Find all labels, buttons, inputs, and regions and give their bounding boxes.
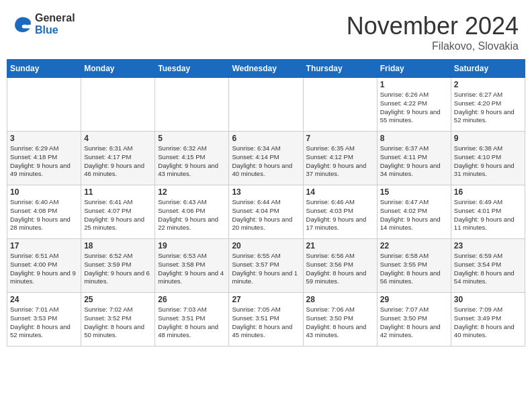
calendar-cell: 29Sunrise: 7:07 AM Sunset: 3:50 PM Dayli… — [377, 293, 451, 347]
day-number: 3 — [10, 134, 78, 143]
calendar-cell: 11Sunrise: 6:41 AM Sunset: 4:07 PM Dayli… — [81, 185, 155, 239]
day-info: Sunrise: 6:41 AM Sunset: 4:07 PM Dayligh… — [84, 198, 152, 232]
day-number: 24 — [10, 295, 78, 304]
header-friday: Friday — [377, 60, 451, 78]
calendar-cell: 30Sunrise: 7:09 AM Sunset: 3:49 PM Dayli… — [451, 293, 525, 347]
day-number: 6 — [232, 134, 300, 143]
calendar-cell: 3Sunrise: 6:29 AM Sunset: 4:18 PM Daylig… — [7, 132, 81, 185]
day-info: Sunrise: 6:27 AM Sunset: 4:20 PM Dayligh… — [454, 91, 522, 125]
day-info: Sunrise: 6:49 AM Sunset: 4:01 PM Dayligh… — [454, 198, 522, 232]
day-number: 4 — [84, 134, 152, 143]
calendar-cell: 28Sunrise: 7:06 AM Sunset: 3:50 PM Dayli… — [303, 293, 377, 347]
day-number: 12 — [158, 187, 226, 197]
calendar-cell: 18Sunrise: 6:52 AM Sunset: 3:59 PM Dayli… — [81, 239, 155, 293]
header-row: Sunday Monday Tuesday Wednesday Thursday… — [7, 60, 525, 78]
header-thursday: Thursday — [303, 60, 377, 78]
day-number: 25 — [84, 295, 152, 304]
day-info: Sunrise: 7:06 AM Sunset: 3:50 PM Dayligh… — [306, 306, 374, 340]
calendar-cell: 8Sunrise: 6:37 AM Sunset: 4:11 PM Daylig… — [377, 132, 451, 185]
day-info: Sunrise: 6:59 AM Sunset: 3:54 PM Dayligh… — [454, 252, 522, 286]
day-number: 23 — [454, 241, 522, 250]
day-info: Sunrise: 6:56 AM Sunset: 3:56 PM Dayligh… — [306, 252, 374, 286]
day-number: 20 — [232, 241, 300, 250]
day-info: Sunrise: 7:09 AM Sunset: 3:49 PM Dayligh… — [454, 306, 522, 340]
calendar-cell — [7, 78, 81, 132]
calendar-cell: 27Sunrise: 7:05 AM Sunset: 3:51 PM Dayli… — [229, 293, 303, 347]
calendar-cell — [81, 78, 155, 132]
day-info: Sunrise: 7:02 AM Sunset: 3:52 PM Dayligh… — [84, 306, 152, 340]
calendar-cell: 17Sunrise: 6:51 AM Sunset: 4:00 PM Dayli… — [7, 239, 81, 293]
day-info: Sunrise: 7:01 AM Sunset: 3:53 PM Dayligh… — [10, 306, 78, 340]
calendar-cell: 12Sunrise: 6:43 AM Sunset: 4:06 PM Dayli… — [155, 185, 229, 239]
calendar-cell: 22Sunrise: 6:58 AM Sunset: 3:55 PM Dayli… — [377, 239, 451, 293]
calendar-cell: 19Sunrise: 6:53 AM Sunset: 3:58 PM Dayli… — [155, 239, 229, 293]
calendar-cell: 20Sunrise: 6:55 AM Sunset: 3:57 PM Dayli… — [229, 239, 303, 293]
header-monday: Monday — [81, 60, 155, 78]
day-info: Sunrise: 6:31 AM Sunset: 4:17 PM Dayligh… — [84, 144, 152, 179]
day-info: Sunrise: 6:35 AM Sunset: 4:12 PM Dayligh… — [306, 144, 374, 179]
logo-general: General — [35, 12, 75, 24]
header-wednesday: Wednesday — [229, 60, 303, 78]
location: Filakovo, Slovakia — [347, 40, 519, 52]
day-number: 15 — [380, 187, 448, 197]
day-number: 29 — [380, 295, 448, 304]
day-info: Sunrise: 6:53 AM Sunset: 3:58 PM Dayligh… — [158, 252, 226, 286]
day-info: Sunrise: 7:03 AM Sunset: 3:51 PM Dayligh… — [158, 306, 226, 340]
logo-text: General Blue — [35, 12, 75, 36]
day-number: 19 — [158, 241, 226, 250]
day-info: Sunrise: 6:26 AM Sunset: 4:22 PM Dayligh… — [380, 91, 448, 125]
day-info: Sunrise: 6:47 AM Sunset: 4:02 PM Dayligh… — [380, 198, 448, 232]
logo: General Blue — [13, 12, 75, 36]
header-sunday: Sunday — [7, 60, 81, 78]
calendar-cell — [155, 78, 229, 132]
day-number: 26 — [158, 295, 226, 304]
calendar-cell: 10Sunrise: 6:40 AM Sunset: 4:08 PM Dayli… — [7, 185, 81, 239]
day-number: 2 — [454, 80, 522, 89]
calendar-body: 1Sunrise: 6:26 AM Sunset: 4:22 PM Daylig… — [7, 78, 525, 347]
logo-icon — [13, 15, 32, 34]
day-info: Sunrise: 6:37 AM Sunset: 4:11 PM Dayligh… — [380, 144, 448, 179]
day-info: Sunrise: 6:51 AM Sunset: 4:00 PM Dayligh… — [10, 252, 78, 286]
day-info: Sunrise: 7:05 AM Sunset: 3:51 PM Dayligh… — [232, 306, 300, 340]
day-number: 7 — [306, 134, 374, 143]
calendar-cell: 24Sunrise: 7:01 AM Sunset: 3:53 PM Dayli… — [7, 293, 81, 347]
day-number: 22 — [380, 241, 448, 250]
calendar-table: Sunday Monday Tuesday Wednesday Thursday… — [7, 59, 525, 347]
day-number: 14 — [306, 187, 374, 197]
day-number: 30 — [454, 295, 522, 304]
day-number: 27 — [232, 295, 300, 304]
month-title: November 2024 — [347, 12, 519, 40]
day-info: Sunrise: 6:32 AM Sunset: 4:15 PM Dayligh… — [158, 144, 226, 179]
calendar-cell: 21Sunrise: 6:56 AM Sunset: 3:56 PM Dayli… — [303, 239, 377, 293]
page-header: General Blue November 2024 Filakovo, Slo… — [0, 0, 532, 59]
calendar-week-1: 1Sunrise: 6:26 AM Sunset: 4:22 PM Daylig… — [7, 78, 525, 132]
calendar-cell: 23Sunrise: 6:59 AM Sunset: 3:54 PM Dayli… — [451, 239, 525, 293]
calendar-week-2: 3Sunrise: 6:29 AM Sunset: 4:18 PM Daylig… — [7, 132, 525, 185]
calendar-cell: 26Sunrise: 7:03 AM Sunset: 3:51 PM Dayli… — [155, 293, 229, 347]
day-info: Sunrise: 6:29 AM Sunset: 4:18 PM Dayligh… — [10, 144, 78, 179]
day-info: Sunrise: 7:07 AM Sunset: 3:50 PM Dayligh… — [380, 306, 448, 340]
day-info: Sunrise: 6:34 AM Sunset: 4:14 PM Dayligh… — [232, 144, 300, 179]
day-number: 1 — [380, 80, 448, 89]
day-number: 21 — [306, 241, 374, 250]
calendar-cell — [229, 78, 303, 132]
calendar-cell: 1Sunrise: 6:26 AM Sunset: 4:22 PM Daylig… — [377, 78, 451, 132]
calendar-cell: 14Sunrise: 6:46 AM Sunset: 4:03 PM Dayli… — [303, 185, 377, 239]
day-info: Sunrise: 6:44 AM Sunset: 4:04 PM Dayligh… — [232, 198, 300, 232]
calendar-cell: 4Sunrise: 6:31 AM Sunset: 4:17 PM Daylig… — [81, 132, 155, 185]
day-info: Sunrise: 6:46 AM Sunset: 4:03 PM Dayligh… — [306, 198, 374, 232]
calendar-cell: 2Sunrise: 6:27 AM Sunset: 4:20 PM Daylig… — [451, 78, 525, 132]
day-info: Sunrise: 6:38 AM Sunset: 4:10 PM Dayligh… — [454, 144, 522, 179]
calendar-cell: 25Sunrise: 7:02 AM Sunset: 3:52 PM Dayli… — [81, 293, 155, 347]
calendar-cell — [303, 78, 377, 132]
calendar-week-3: 10Sunrise: 6:40 AM Sunset: 4:08 PM Dayli… — [7, 185, 525, 239]
calendar-cell: 13Sunrise: 6:44 AM Sunset: 4:04 PM Dayli… — [229, 185, 303, 239]
calendar-cell: 16Sunrise: 6:49 AM Sunset: 4:01 PM Dayli… — [451, 185, 525, 239]
day-info: Sunrise: 6:52 AM Sunset: 3:59 PM Dayligh… — [84, 252, 152, 286]
calendar-week-4: 17Sunrise: 6:51 AM Sunset: 4:00 PM Dayli… — [7, 239, 525, 293]
logo-blue: Blue — [35, 24, 75, 36]
day-number: 10 — [10, 187, 78, 197]
calendar-cell: 15Sunrise: 6:47 AM Sunset: 4:02 PM Dayli… — [377, 185, 451, 239]
calendar-header: Sunday Monday Tuesday Wednesday Thursday… — [7, 60, 525, 78]
day-info: Sunrise: 6:55 AM Sunset: 3:57 PM Dayligh… — [232, 252, 300, 286]
